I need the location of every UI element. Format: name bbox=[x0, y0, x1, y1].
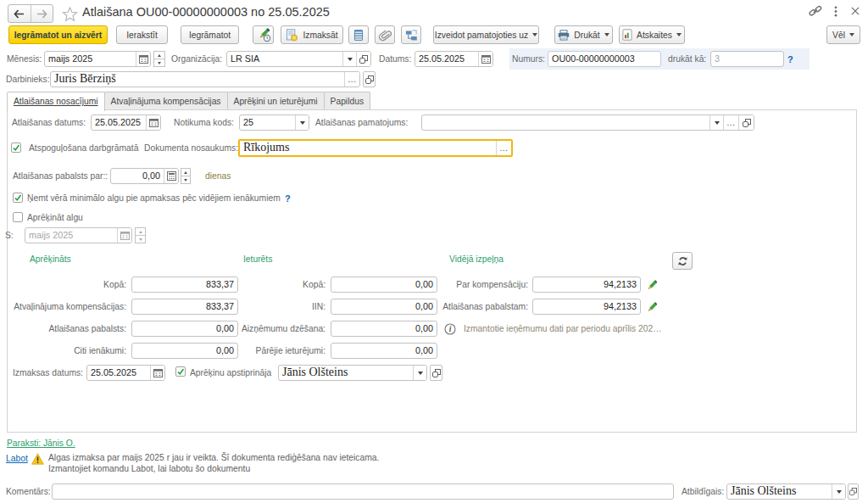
average-compensation-field[interactable]: 94,2133 bbox=[532, 277, 641, 293]
payment-date-value: 25.05.2025 bbox=[87, 366, 150, 380]
tab-vacation-compensation[interactable]: Atvaļinājuma kompensācijas bbox=[104, 92, 228, 110]
doc-name-field[interactable]: Rīkojums ... bbox=[238, 139, 513, 157]
spinner-down-icon[interactable] bbox=[136, 236, 145, 243]
average-info-icon[interactable]: i bbox=[444, 323, 456, 335]
min-wage-checkbox[interactable] bbox=[13, 193, 23, 203]
approver-dropdown-icon[interactable] bbox=[413, 366, 426, 380]
date-calendar-icon[interactable] bbox=[478, 52, 492, 66]
date-field[interactable]: 25.05.2025 bbox=[415, 51, 493, 67]
structure-icon bbox=[405, 29, 418, 42]
back-button[interactable] bbox=[8, 5, 31, 22]
register-records-button[interactable] bbox=[348, 25, 369, 44]
min-wage-help-link[interactable]: ? bbox=[285, 192, 291, 205]
responsible-value: Jānis Olšteins bbox=[727, 484, 832, 499]
average-period-note: Izmantotie ieņēmumu dati par periodu apr… bbox=[464, 321, 662, 337]
forward-button[interactable] bbox=[31, 5, 53, 22]
tab-additional[interactable]: Papildus bbox=[324, 92, 371, 110]
calc-salary-checkbox-label[interactable]: Aprēķināt algu bbox=[27, 210, 83, 226]
severance-days-field[interactable]: 0,00 bbox=[110, 168, 179, 184]
s-period-spinner[interactable] bbox=[135, 227, 146, 243]
workbook-checkbox[interactable] bbox=[11, 143, 21, 153]
print-as-help-link[interactable]: ? bbox=[787, 53, 793, 66]
dismissal-date-calendar-icon[interactable] bbox=[146, 115, 160, 130]
dismissal-reason-field[interactable]: ... bbox=[421, 115, 754, 131]
responsible-open-button[interactable] bbox=[848, 483, 859, 500]
s-period-field[interactable]: maijs 2025 bbox=[25, 227, 132, 243]
tab-dismissal-conditions[interactable]: Atlaišanas nosacījumi bbox=[7, 92, 105, 111]
employee-select-icon[interactable]: ... bbox=[344, 72, 359, 87]
print-as-field[interactable]: 3 bbox=[710, 51, 784, 67]
withheld-other-field[interactable]: 0,00 bbox=[331, 343, 437, 359]
approved-checkbox[interactable] bbox=[175, 366, 186, 377]
payment-date-field[interactable]: 25.05.2025 bbox=[86, 365, 165, 381]
payment-date-calendar-icon[interactable] bbox=[150, 366, 164, 380]
comment-field[interactable] bbox=[52, 483, 674, 500]
event-code-label: Notikuma kods: bbox=[174, 115, 234, 131]
reports-button[interactable]: Atskaites bbox=[619, 25, 685, 44]
create-based-on-button[interactable]: Izveidot pamatojoties uz bbox=[433, 25, 539, 44]
date-label: Datums: bbox=[379, 51, 411, 67]
more-button[interactable]: Vēl bbox=[826, 25, 860, 44]
attachments-button[interactable] bbox=[375, 25, 395, 44]
edit-average-severance-icon[interactable] bbox=[644, 301, 657, 314]
workbook-checkbox-label[interactable]: Atspoguļošana darbgrāmatā bbox=[29, 140, 138, 156]
approver-field[interactable]: Jānis Olšteins bbox=[278, 365, 427, 381]
row-value: 94,2133 bbox=[533, 299, 640, 314]
organization-dropdown-icon[interactable] bbox=[342, 52, 356, 66]
month-field[interactable]: maijs 2025 bbox=[44, 51, 151, 67]
edit-link[interactable]: Labot bbox=[6, 454, 28, 463]
close-icon[interactable] bbox=[848, 3, 863, 19]
linked-documents-button[interactable] bbox=[401, 25, 421, 44]
print-button[interactable]: Drukāt bbox=[554, 25, 613, 44]
organization-open-icon[interactable] bbox=[356, 52, 370, 66]
event-code-value: 25 bbox=[240, 115, 295, 130]
withheld-loans-field[interactable]: 0,00 bbox=[331, 321, 437, 337]
doc-name-value: Rīkojums bbox=[240, 141, 496, 155]
dismissal-date-field[interactable]: 25.05.2025 bbox=[91, 115, 161, 131]
window-menu-icon[interactable] bbox=[828, 3, 843, 19]
employee-field[interactable]: Juris Bērziņš ... bbox=[50, 71, 360, 87]
post-and-close-button[interactable]: Iegrāmatot un aizvērt bbox=[8, 25, 108, 44]
responsible-field[interactable]: Jānis Olšteins bbox=[726, 483, 846, 500]
approver-open-button[interactable] bbox=[430, 365, 442, 381]
spinner-up-icon[interactable] bbox=[136, 228, 145, 236]
pay-button[interactable]: Izmaksāt bbox=[281, 25, 343, 44]
warning-icon bbox=[31, 453, 44, 467]
get-link-icon[interactable] bbox=[808, 3, 823, 19]
spinner-down-icon[interactable] bbox=[181, 176, 190, 183]
organization-field[interactable]: LR SIA bbox=[226, 51, 371, 67]
favorite-star-icon[interactable] bbox=[61, 6, 78, 22]
edit-average-compensation-icon[interactable] bbox=[644, 279, 657, 292]
dismissal-reason-select-icon[interactable]: ... bbox=[723, 115, 738, 130]
approved-checkbox-label[interactable]: Aprēķinu apstiprināja bbox=[190, 365, 271, 381]
calc-salary-checkbox[interactable] bbox=[13, 212, 23, 222]
pay-button-label: Izmaksāt bbox=[303, 31, 337, 40]
doc-name-select-icon[interactable]: ... bbox=[496, 141, 511, 155]
month-calendar-icon[interactable] bbox=[136, 52, 150, 66]
event-code-dropdown-icon[interactable] bbox=[295, 115, 309, 130]
number-field: OU00-00000000003 bbox=[548, 51, 661, 67]
spinner-up-icon[interactable] bbox=[154, 52, 164, 59]
dismissal-reason-open-icon[interactable] bbox=[738, 115, 754, 130]
spinner-up-icon[interactable] bbox=[181, 169, 190, 176]
signatures-link[interactable]: Paraksti: Jānis O. bbox=[7, 439, 75, 448]
severance-calculator-icon[interactable] bbox=[164, 169, 178, 183]
spinner-down-icon[interactable] bbox=[154, 59, 164, 66]
severance-days-spinner[interactable] bbox=[181, 168, 191, 184]
save-button[interactable]: Ierakstīt bbox=[116, 25, 168, 44]
s-period-calendar-icon[interactable] bbox=[117, 228, 131, 243]
edit-calculation-button[interactable] bbox=[253, 25, 274, 44]
average-severance-field[interactable]: 94,2133 bbox=[532, 299, 641, 315]
post-button[interactable]: Iegrāmatot bbox=[181, 25, 239, 44]
employee-value: Juris Bērziņš bbox=[51, 72, 344, 87]
responsible-dropdown-icon[interactable] bbox=[832, 484, 845, 499]
employee-open-button[interactable] bbox=[363, 71, 376, 87]
month-spinner[interactable] bbox=[153, 51, 165, 67]
dismissal-reason-dropdown-icon[interactable] bbox=[709, 115, 723, 130]
refresh-average-button[interactable] bbox=[672, 252, 693, 270]
event-code-field[interactable]: 25 bbox=[239, 115, 309, 131]
min-wage-checkbox-label[interactable]: Ņemt vērā minimālo algu pie apmaksas pēc… bbox=[27, 190, 281, 206]
post-and-close-button-label: Iegrāmatot un aizvērt bbox=[14, 31, 103, 40]
tab-calculations[interactable]: Aprēķini un ieturējumi bbox=[227, 92, 325, 110]
warning-message-line1: Algas izmaksa par maijs 2025 r jau ir ve… bbox=[48, 452, 379, 463]
